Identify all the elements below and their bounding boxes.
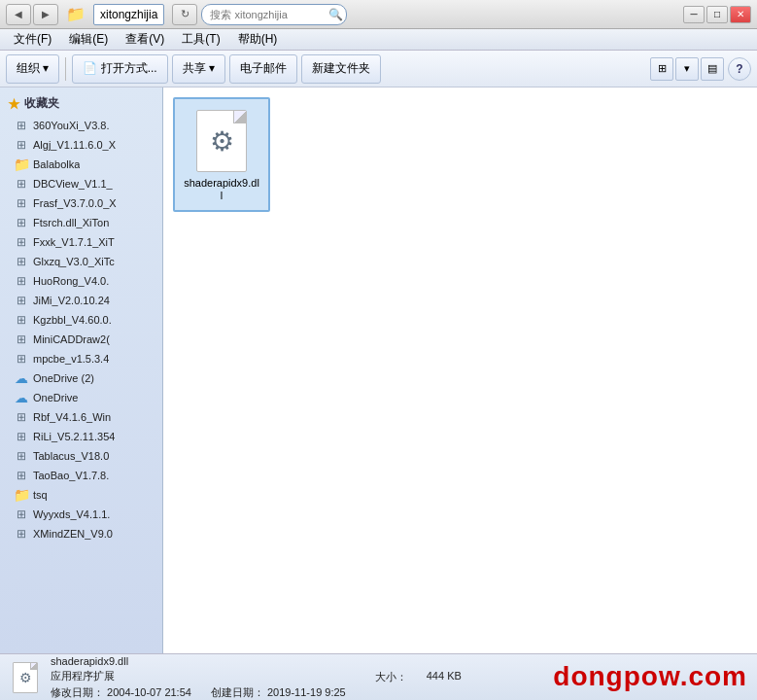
search-wrapper: 🔍 bbox=[201, 4, 347, 25]
menu-tools[interactable]: 工具(T) bbox=[174, 29, 227, 50]
organize-button[interactable]: 组织 ▾ bbox=[6, 54, 59, 84]
sidebar-item-label-4: Frasf_V3.7.0.0_X bbox=[33, 197, 117, 209]
status-filename: shaderapidx9.dll bbox=[51, 655, 128, 667]
view-button-details[interactable]: ▤ bbox=[701, 57, 724, 81]
sidebar-item-icon-12: ⊞ bbox=[14, 351, 29, 367]
file-area[interactable]: ⚙ shaderapidx9.dl l bbox=[163, 88, 757, 653]
status-modified-value: 2004-10-07 21:54 bbox=[107, 686, 191, 698]
toolbar: 组织 ▾ 📄 打开方式... 共享 ▾ 电子邮件 新建文件夹 ⊞ ▾ ▤ ? bbox=[0, 51, 757, 88]
sidebar-item-3[interactable]: ⊞DBCView_V1.1_ bbox=[0, 174, 162, 193]
sidebar-item-12[interactable]: ⊞mpcbe_v1.5.3.4 bbox=[0, 349, 162, 368]
view-button-dropdown[interactable]: ▾ bbox=[675, 57, 699, 81]
sidebar-item-17[interactable]: ⊞Tablacus_V18.0 bbox=[0, 446, 162, 466]
star-icon: ★ bbox=[8, 96, 20, 112]
minimize-button[interactable]: ─ bbox=[683, 6, 705, 23]
sidebar-item-13[interactable]: ☁OneDrive (2) bbox=[0, 368, 162, 388]
sidebar-item-icon-6: ⊞ bbox=[14, 234, 29, 250]
address-text: xitongzhijia bbox=[100, 8, 157, 21]
sidebar-item-icon-18: ⊞ bbox=[14, 468, 29, 483]
search-icon[interactable]: 🔍 bbox=[328, 8, 343, 21]
sidebar-item-icon-14: ☁ bbox=[14, 390, 29, 405]
sidebar-item-7[interactable]: ⊞Glxzq_V3.0_XiTc bbox=[0, 252, 162, 271]
sidebar-item-label-21: XMindZEN_V9.0 bbox=[33, 528, 113, 540]
sidebar-item-6[interactable]: ⊞Fxxk_V1.7.1_XiT bbox=[0, 232, 162, 252]
sidebar-item-icon-1: ⊞ bbox=[14, 137, 29, 153]
sidebar-item-1[interactable]: ⊞Algj_V1.11.6.0_X bbox=[0, 135, 162, 155]
close-button[interactable]: ✕ bbox=[730, 6, 751, 23]
sidebar-item-21[interactable]: ⊞XMindZEN_V9.0 bbox=[0, 524, 162, 543]
sidebar-items-container: ⊞360YouXi_V3.8.⊞Algj_V1.11.6.0_X📁Balabol… bbox=[0, 116, 162, 543]
sidebar-item-label-2: Balabolka bbox=[33, 158, 80, 170]
sidebar-item-4[interactable]: ⊞Frasf_V3.7.0.0_X bbox=[0, 193, 162, 213]
file-icon-wrapper: ⚙ bbox=[192, 107, 251, 175]
sidebar-item-19[interactable]: 📁tsq bbox=[0, 485, 162, 505]
folder-icon: 📁 bbox=[66, 5, 86, 23]
status-size-value: 444 KB bbox=[427, 670, 462, 684]
email-button[interactable]: 电子邮件 bbox=[229, 54, 297, 84]
menu-bar: 文件(F) 编辑(E) 查看(V) 工具(T) 帮助(H) bbox=[0, 29, 757, 51]
refresh-button[interactable]: ↻ bbox=[172, 4, 197, 25]
sidebar-item-label-12: mpcbe_v1.5.3.4 bbox=[33, 353, 109, 365]
sidebar-item-label-18: TaoBao_V1.7.8. bbox=[33, 470, 109, 481]
sidebar-item-16[interactable]: ⊞RiLi_V5.2.11.354 bbox=[0, 427, 162, 446]
sidebar-item-14[interactable]: ☁OneDrive bbox=[0, 388, 162, 407]
sidebar-item-9[interactable]: ⊞JiMi_V2.0.10.24 bbox=[0, 291, 162, 310]
back-button[interactable]: ◀ bbox=[6, 4, 31, 25]
sidebar-item-icon-11: ⊞ bbox=[14, 332, 29, 347]
menu-view[interactable]: 查看(V) bbox=[118, 29, 172, 50]
file-item[interactable]: ⚙ shaderapidx9.dl l bbox=[173, 97, 270, 212]
help-button[interactable]: ? bbox=[728, 57, 751, 81]
sidebar-item-icon-20: ⊞ bbox=[14, 507, 29, 522]
sidebar-item-icon-17: ⊞ bbox=[14, 448, 29, 464]
sidebar-item-2[interactable]: 📁Balabolka bbox=[0, 155, 162, 174]
open-with-button[interactable]: 📄 打开方式... bbox=[72, 54, 167, 84]
sidebar-item-label-9: JiMi_V2.0.10.24 bbox=[33, 295, 110, 306]
new-folder-label: 新建文件夹 bbox=[312, 60, 370, 77]
sidebar-item-label-11: MiniCADDraw2( bbox=[33, 333, 110, 345]
share-label: 共享 ▾ bbox=[183, 60, 215, 77]
window-controls: ─ □ ✕ bbox=[683, 6, 751, 23]
dll-file-icon: ⚙ bbox=[196, 110, 247, 172]
sidebar-item-15[interactable]: ⊞Rbf_V4.1.6_Win bbox=[0, 407, 162, 427]
sidebar-header-label: 收藏夹 bbox=[24, 95, 59, 112]
sidebar-item-8[interactable]: ⊞HuoRong_V4.0. bbox=[0, 271, 162, 291]
status-size-row: 大小： 444 KB bbox=[375, 670, 462, 684]
view-button-grid[interactable]: ⊞ bbox=[650, 57, 673, 81]
sidebar-item-20[interactable]: ⊞Wyyxds_V4.1.1. bbox=[0, 505, 162, 524]
menu-file[interactable]: 文件(F) bbox=[6, 29, 59, 50]
new-folder-button[interactable]: 新建文件夹 bbox=[301, 54, 381, 84]
status-row-2: 应用程序扩展 bbox=[51, 669, 346, 683]
search-input[interactable] bbox=[201, 4, 347, 25]
sidebar-item-label-14: OneDrive bbox=[33, 392, 78, 403]
status-bar: ⚙ shaderapidx9.dll 应用程序扩展 修改日期： 2004-10-… bbox=[0, 653, 757, 700]
sidebar-item-label-16: RiLi_V5.2.11.354 bbox=[33, 431, 115, 442]
open-with-label: 📄 打开方式... bbox=[83, 60, 156, 77]
sidebar-item-18[interactable]: ⊞TaoBao_V1.7.8. bbox=[0, 466, 162, 485]
sidebar-item-icon-0: ⊞ bbox=[14, 118, 29, 133]
email-label: 电子邮件 bbox=[240, 60, 287, 77]
sidebar-item-5[interactable]: ⊞Ftsrch.dll_XiTon bbox=[0, 213, 162, 232]
address-bar[interactable]: xitongzhijia bbox=[93, 4, 164, 25]
menu-help[interactable]: 帮助(H) bbox=[230, 29, 286, 50]
menu-edit[interactable]: 编辑(E) bbox=[61, 29, 116, 50]
share-button[interactable]: 共享 ▾ bbox=[172, 54, 225, 84]
sidebar-item-label-1: Algj_V1.11.6.0_X bbox=[33, 139, 116, 151]
status-created-label: 创建日期： bbox=[211, 686, 264, 698]
maximize-button[interactable]: □ bbox=[706, 6, 728, 23]
sidebar-item-icon-4: ⊞ bbox=[14, 195, 29, 211]
sidebar-item-icon-15: ⊞ bbox=[14, 409, 29, 425]
sidebar-item-icon-3: ⊞ bbox=[14, 176, 29, 192]
toolbar-divider-1 bbox=[65, 57, 66, 81]
sidebar-item-icon-19: 📁 bbox=[14, 487, 29, 503]
status-row-3: 修改日期： 2004-10-07 21:54 创建日期： 2019-11-19 … bbox=[51, 685, 346, 700]
sidebar-item-10[interactable]: ⊞Kgzbbl_V4.60.0. bbox=[0, 310, 162, 330]
sidebar-item-0[interactable]: ⊞360YouXi_V3.8. bbox=[0, 116, 162, 135]
sidebar-item-11[interactable]: ⊞MiniCADDraw2( bbox=[0, 330, 162, 349]
sidebar-item-label-15: Rbf_V4.1.6_Win bbox=[33, 411, 111, 423]
view-buttons: ⊞ ▾ ▤ bbox=[650, 57, 724, 81]
sidebar-item-icon-8: ⊞ bbox=[14, 273, 29, 289]
status-type-label: 应用程序扩展 bbox=[51, 669, 115, 683]
forward-button[interactable]: ▶ bbox=[33, 4, 58, 25]
sidebar-item-icon-16: ⊞ bbox=[14, 429, 29, 444]
sidebar-favorites-section: ★ 收藏夹 ⊞360YouXi_V3.8.⊞Algj_V1.11.6.0_X📁B… bbox=[0, 88, 162, 547]
